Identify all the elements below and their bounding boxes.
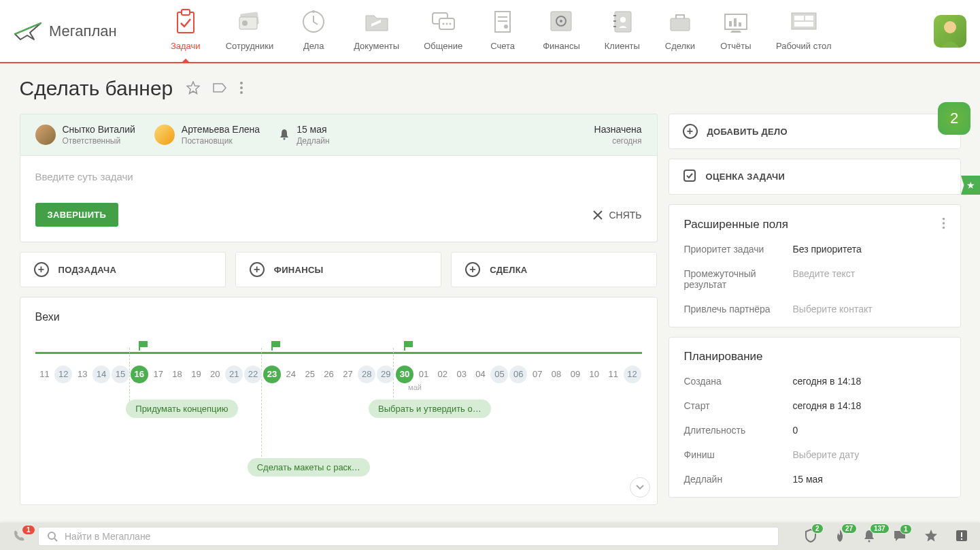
nav-sales[interactable]: Сделки [652, 1, 708, 61]
complete-button[interactable]: ЗАВЕРШИТЬ [35, 203, 119, 227]
dashboard-icon [788, 8, 820, 35]
timeline-day[interactable]: 28 [357, 366, 376, 383]
global-search[interactable]: Найти в Мегаплане [38, 527, 779, 546]
add-activity-button[interactable]: + ДОБАВИТЬ ДЕЛО [669, 114, 961, 149]
field-interim[interactable]: Промежуточный результат Введите текст [669, 261, 960, 297]
nav-dashboard[interactable]: Рабочий стол [764, 1, 844, 61]
responsible-person[interactable]: Снытко Виталий Ответственный [35, 124, 135, 146]
field-start[interactable]: Старт сегодня в 14:18 [669, 393, 960, 418]
timeline-day[interactable]: 11 [35, 366, 54, 383]
timeline-day[interactable]: 24 [282, 366, 301, 383]
more-vert-icon[interactable] [942, 217, 945, 231]
nav-label: Счета [490, 41, 515, 51]
timeline[interactable]: 1112131415161718192021222324252627282930… [35, 348, 642, 484]
add-subtask-button[interactable]: + ПОДЗАДАЧА [20, 252, 226, 287]
timeline-day[interactable]: 20 [205, 366, 224, 383]
svg-point-35 [240, 86, 243, 89]
remove-button[interactable]: СНЯТЬ [592, 210, 641, 221]
timeline-day[interactable]: 12 [54, 366, 73, 383]
timeline-day[interactable]: 05 [490, 366, 509, 383]
nav-invoices[interactable]: Счета [475, 1, 530, 61]
field-value: Выберите контакт [793, 304, 873, 314]
more-vert-icon[interactable] [239, 81, 243, 97]
creator-person[interactable]: Артемьева Елена Постановщик [154, 124, 260, 146]
field-value: сегодня в 14:18 [793, 376, 862, 387]
status-sub: сегодня [594, 136, 642, 146]
timeline-day[interactable]: 21 [224, 366, 243, 383]
timeline-day[interactable]: 30 [395, 366, 414, 383]
scroll-down-button[interactable] [630, 477, 650, 498]
timeline-day[interactable]: 16 [130, 366, 149, 383]
timeline-day[interactable]: 03 [452, 366, 471, 383]
timeline-day[interactable]: 02 [433, 366, 452, 383]
svg-rect-28 [739, 22, 741, 27]
task-description-input[interactable]: Введите суть задачи [35, 171, 642, 182]
timeline-day[interactable]: 22 [243, 366, 263, 383]
timeline-day[interactable]: 01 [414, 366, 433, 383]
nav-reports[interactable]: Отчёты [708, 1, 764, 61]
favorites-button[interactable] [924, 529, 938, 545]
nav-label: Рабочий стол [776, 41, 832, 51]
shield-button[interactable]: 2 [805, 529, 817, 545]
add-finance-button[interactable]: + ФИНАНСЫ [235, 252, 441, 287]
timeline-day[interactable]: 18 [168, 366, 187, 383]
timeline-line [35, 352, 642, 354]
field-label: Создана [684, 376, 793, 387]
nav-communication[interactable]: Общение [411, 1, 475, 61]
chat-button[interactable]: 1 [893, 530, 907, 544]
timeline-day[interactable]: 13 [73, 366, 92, 383]
panel-title: Расширенные поля [684, 218, 788, 231]
timeline-day[interactable]: 25 [301, 366, 320, 383]
milestone-chip[interactable]: Придумать концепцию [126, 400, 237, 418]
user-avatar[interactable] [934, 15, 966, 48]
nav-employees[interactable]: Сотрудники [214, 1, 286, 61]
timeline-day[interactable]: 09 [566, 366, 585, 383]
timeline-day[interactable]: 27 [339, 366, 358, 383]
timeline-day[interactable]: 26 [320, 366, 339, 383]
logo[interactable]: Мегаплан [14, 20, 117, 42]
notification-badge[interactable]: 2 [938, 102, 970, 135]
nav-documents[interactable]: Документы [341, 1, 411, 61]
nav-label: Финансы [543, 41, 580, 51]
timeline-day[interactable]: 06 [509, 366, 528, 383]
field-partner[interactable]: Привлечь партнёра Выберите контакт [669, 297, 960, 327]
svg-rect-30 [794, 16, 804, 20]
search-icon [47, 531, 58, 542]
add-deal-button[interactable]: + СДЕЛКА [451, 252, 657, 287]
timeline-day[interactable]: 23 [263, 366, 282, 383]
alert-button[interactable] [956, 530, 968, 544]
nav-deals[interactable]: Дела [286, 1, 341, 61]
timeline-day[interactable]: 19 [187, 366, 206, 383]
timeline-day[interactable]: 17 [149, 366, 168, 383]
logo-icon [14, 20, 44, 42]
milestone-chip[interactable]: Выбрать и утвердить о… [369, 400, 491, 418]
timeline-day[interactable]: 08 [547, 366, 566, 383]
svg-rect-27 [734, 18, 737, 27]
timeline-day[interactable]: 15 [111, 366, 130, 383]
badge-count: 2 [938, 102, 970, 135]
timeline-day[interactable]: 10 [585, 366, 604, 383]
timeline-day[interactable]: 11 [604, 366, 623, 383]
nav-finance[interactable]: Финансы [530, 1, 592, 61]
nav-tasks[interactable]: Задачи [158, 1, 214, 61]
timeline-day[interactable]: 12 [623, 366, 642, 383]
field-duration[interactable]: Длительность 0 [669, 418, 960, 442]
field-deadline[interactable]: Дедлайн 15 мая [669, 467, 960, 497]
timeline-day[interactable]: 29 [376, 366, 395, 383]
star-icon[interactable] [186, 81, 200, 97]
milestone-chip[interactable]: Сделать макеты с раск… [248, 458, 370, 476]
tag-icon[interactable] [212, 82, 227, 96]
nav-clients[interactable]: Клиенты [592, 1, 652, 61]
field-priority[interactable]: Приоритет задачи Без приоритета [669, 237, 960, 261]
fire-button[interactable]: 27 [834, 529, 845, 545]
field-finish[interactable]: Финиш Выберите дату [669, 442, 960, 467]
phone-button[interactable]: 1 [12, 529, 26, 545]
timeline-day[interactable]: 07 [528, 366, 547, 383]
timeline-day[interactable]: 04 [471, 366, 490, 383]
bottom-bar: 1 Найти в Мегаплане 2 27 137 1 [0, 523, 980, 550]
timeline-day[interactable]: 14 [92, 366, 111, 383]
person-name: Артемьева Елена [182, 124, 260, 135]
bell-button[interactable]: 137 [863, 529, 875, 545]
task-evaluation-button[interactable]: ОЦЕНКА ЗАДАЧИ [669, 159, 961, 195]
deadline-block[interactable]: 15 мая Дедлайн [279, 124, 330, 146]
